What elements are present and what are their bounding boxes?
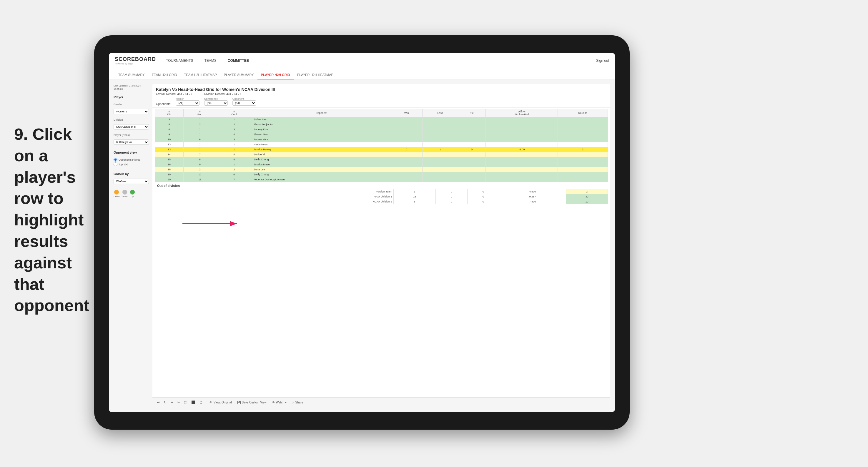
filters-row: Opponents: Region (All) Conference (All) xyxy=(156,97,607,106)
share-icon: ↗ xyxy=(292,401,294,404)
grid-table-container: #Div #Reg #Conf Opponent Win Loss Tie Di… xyxy=(152,108,610,397)
conference-select[interactable]: (All) xyxy=(204,100,228,106)
view-original-button[interactable]: 👁 View: Original xyxy=(208,400,234,405)
table-row[interactable]: 1474Eunice Yi xyxy=(155,152,608,157)
logo: SCOREBOARD Powered by clippi xyxy=(115,56,156,65)
ood-table-row[interactable]: NAIA Division 115009.26730 xyxy=(155,194,608,199)
opponent-view-title: Opponent view xyxy=(114,151,149,154)
region-select[interactable]: (All) xyxy=(176,100,199,106)
out-of-division-title: Out of division xyxy=(155,182,608,188)
col-rounds: Rounds xyxy=(558,109,608,117)
table-row[interactable]: 311Esther Lee xyxy=(155,117,608,122)
tablet-screen: SCOREBOARD Powered by clippi TOURNAMENTS… xyxy=(109,53,615,412)
subnav-player-summary[interactable]: PLAYER SUMMARY xyxy=(220,73,257,80)
table-header-row: #Div #Reg #Conf Opponent Win Loss Tie Di… xyxy=(155,109,608,117)
legend-up-label: Up xyxy=(131,195,133,198)
radio-top100[interactable]: Top 100 xyxy=(114,162,149,166)
col-loss: Loss xyxy=(422,109,458,117)
region-label: Region xyxy=(176,97,199,100)
table-row[interactable]: 1311Jessica Huang010-3.002 xyxy=(155,147,608,152)
table-row[interactable]: 1585Stella Chong xyxy=(155,157,608,162)
legend-up: Up xyxy=(130,190,135,198)
table-row[interactable]: 1063Andrea York xyxy=(155,137,608,142)
grid-title: Katelyn Vo Head-to-Head Grid for Women's… xyxy=(156,87,607,92)
table-row[interactable]: 914Sharon Mun xyxy=(155,132,608,137)
watch-button[interactable]: 👁 Watch ▾ xyxy=(270,400,288,405)
sub-nav: TEAM SUMMARY TEAM H2H GRID TEAM H2H HEAT… xyxy=(109,68,615,80)
ood-table: Foreign Team1004.5002NAIA Division 11500… xyxy=(155,189,608,204)
forward-button[interactable]: ↪ xyxy=(169,400,175,405)
overall-record: Overall Record: 353 - 34 - 6 xyxy=(156,92,192,96)
player-rank-select[interactable]: 8. Katelyn Vo xyxy=(114,139,149,145)
logo-title: SCOREBOARD xyxy=(115,56,156,62)
legend: Down Level Up xyxy=(114,190,149,198)
grid-header: Katelyn Vo Head-to-Head Grid for Women's… xyxy=(152,84,610,108)
nav-teams[interactable]: TEAMS xyxy=(203,59,217,63)
h2h-table: #Div #Reg #Conf Opponent Win Loss Tie Di… xyxy=(155,109,608,182)
subnav-player-h2h-grid[interactable]: PLAYER H2H GRID xyxy=(257,73,293,80)
table-row[interactable]: 1311Haeju Hyun xyxy=(155,142,608,147)
subnav-team-summary[interactable]: TEAM SUMMARY xyxy=(115,73,148,80)
table-row[interactable]: 20117Federica Domecq Lacroze xyxy=(155,177,608,182)
nav-committee[interactable]: COMMITTEE xyxy=(226,59,250,63)
table-row[interactable]: 1822Euna Lee xyxy=(155,167,608,172)
save-custom-label: Save Custom View xyxy=(242,401,267,404)
main-content: Last Updated: 27/03/2024 16:55:28 Player… xyxy=(109,80,615,412)
cut-button[interactable]: ✂ xyxy=(176,400,181,405)
legend-down-label: Down xyxy=(114,195,120,198)
nav-links: TOURNAMENTS TEAMS COMMITTEE xyxy=(165,59,593,63)
view-original-label: View: Original xyxy=(214,401,232,404)
copy-button[interactable]: ⬚ xyxy=(183,400,188,405)
player-rank-label: Player (Rank) xyxy=(114,133,149,136)
table-row[interactable]: 522Alexis Sudjianto xyxy=(155,122,608,127)
ood-table-row[interactable]: NCAA Division 25007.40010 xyxy=(155,199,608,204)
col-div: #Div xyxy=(155,109,184,117)
table-row[interactable]: 613Sydney Kuo xyxy=(155,127,608,132)
opponent-select[interactable]: (All) xyxy=(232,100,256,106)
legend-down: Down xyxy=(114,190,120,198)
sign-out-button[interactable]: Sign out xyxy=(596,59,609,63)
col-tie: Tie xyxy=(458,109,486,117)
logo-subtitle: Powered by clippi xyxy=(115,62,156,65)
grid-records: Overall Record: 353 - 34 - 6 Division Re… xyxy=(156,92,607,96)
share-label: Share xyxy=(296,401,303,404)
nav-tournaments[interactable]: TOURNAMENTS xyxy=(165,59,194,63)
annotation-text: 9. Click on a player's row to highlight … xyxy=(14,124,96,316)
table-row[interactable]: 19106Emily Chang xyxy=(155,172,608,177)
undo-button[interactable]: ↩ xyxy=(156,400,161,405)
bottom-toolbar: ↩ ↻ ↪ ✂ ⬚ ⬛ ⏱ 👁 View: Original 💾 Save Cu… xyxy=(152,397,610,407)
colour-by-title: Colour by xyxy=(114,172,149,176)
clock-button[interactable]: ⏱ xyxy=(198,400,204,405)
redo-button[interactable]: ↻ xyxy=(163,400,168,405)
subnav-team-h2h-grid[interactable]: TEAM H2H GRID xyxy=(148,73,181,80)
gender-select[interactable]: Women's xyxy=(114,109,149,114)
col-diff: Diff AvStrokes/Rnd xyxy=(486,109,558,117)
division-select[interactable]: NCAA Division III xyxy=(114,124,149,129)
col-conf: #Conf xyxy=(216,109,252,117)
nav-bar: SCOREBOARD Powered by clippi TOURNAMENTS… xyxy=(109,53,615,68)
legend-down-dot xyxy=(114,190,119,194)
watch-label: Watch ▾ xyxy=(276,401,287,404)
save-icon: 💾 xyxy=(237,401,241,404)
last-updated: Last Updated: 27/03/2024 16:55:28 xyxy=(114,84,149,91)
tablet-frame: SCOREBOARD Powered by clippi TOURNAMENTS… xyxy=(94,35,630,430)
colour-by-select[interactable]: Win/loss xyxy=(114,179,149,184)
subnav-player-h2h-heatmap[interactable]: PLAYER H2H HEATMAP xyxy=(293,73,337,80)
ood-table-row[interactable]: Foreign Team1004.5002 xyxy=(155,189,608,194)
radio-opponents-played[interactable]: Opponents Played xyxy=(114,158,149,161)
division-label: Division xyxy=(114,118,149,121)
share-button[interactable]: ↗ Share xyxy=(290,400,305,405)
col-win: Win xyxy=(391,109,422,117)
subnav-team-h2h-heatmap[interactable]: TEAM H2H HEATMAP xyxy=(181,73,220,80)
paste-button[interactable]: ⬛ xyxy=(190,400,196,405)
watch-icon: 👁 xyxy=(272,401,275,404)
table-row[interactable]: 1691Jessica Mason xyxy=(155,162,608,167)
sidebar-player-title: Player xyxy=(114,95,149,99)
filter-region: Region (All) xyxy=(176,97,199,106)
legend-up-dot xyxy=(130,190,135,194)
grid-area: Katelyn Vo Head-to-Head Grid for Women's… xyxy=(152,84,610,407)
save-custom-button[interactable]: 💾 Save Custom View xyxy=(236,400,268,405)
legend-level-dot xyxy=(122,190,127,194)
toolbar-divider1 xyxy=(206,400,206,405)
legend-level-label: Level xyxy=(122,195,127,198)
